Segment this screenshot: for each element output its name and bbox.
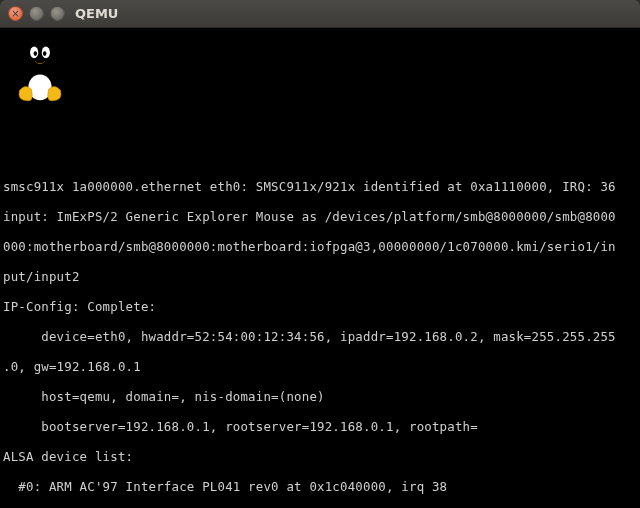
svg-point-0 <box>24 38 57 79</box>
boot-line: put/input2 <box>3 269 637 284</box>
window-controls: × <box>8 6 65 21</box>
svg-point-5 <box>34 51 38 56</box>
boot-line: IP-Config: Complete: <box>3 299 637 314</box>
tux-logo-icon <box>10 32 70 102</box>
titlebar: × QEMU <box>0 0 640 28</box>
boot-line: .0, gw=192.168.0.1 <box>3 359 637 374</box>
boot-line: 000:motherboard/smb@8000000:motherboard:… <box>3 239 637 254</box>
close-icon[interactable]: × <box>8 6 23 21</box>
boot-line: device=eth0, hwaddr=52:54:00:12:34:56, i… <box>3 329 637 344</box>
window-title: QEMU <box>75 6 118 21</box>
terminal-content: smsc911x 1a000000.ethernet eth0: SMSC911… <box>3 88 637 508</box>
terminal[interactable]: smsc911x 1a000000.ethernet eth0: SMSC911… <box>0 28 640 508</box>
boot-line: smsc911x 1a000000.ethernet eth0: SMSC911… <box>3 179 637 194</box>
maximize-icon[interactable] <box>50 6 65 21</box>
boot-line: host=qemu, domain=, nis-domain=(none) <box>3 389 637 404</box>
minimize-icon[interactable] <box>29 6 44 21</box>
boot-line: ALSA device list: <box>3 449 637 464</box>
boot-line: #0: ARM AC'97 Interface PL041 rev0 at 0x… <box>3 479 637 494</box>
boot-line: input: ImExPS/2 Generic Explorer Mouse a… <box>3 209 637 224</box>
boot-line: bootserver=192.168.0.1, rootserver=192.1… <box>3 419 637 434</box>
svg-point-6 <box>43 51 47 56</box>
